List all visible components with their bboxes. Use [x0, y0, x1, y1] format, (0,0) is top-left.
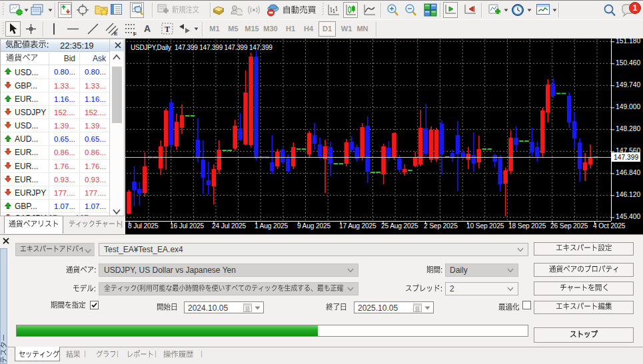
svg-text:F: F: [133, 31, 137, 36]
svg-text:T: T: [165, 25, 170, 34]
svg-text:1: 1: [633, 3, 638, 13]
svg-text:E: E: [114, 31, 118, 36]
